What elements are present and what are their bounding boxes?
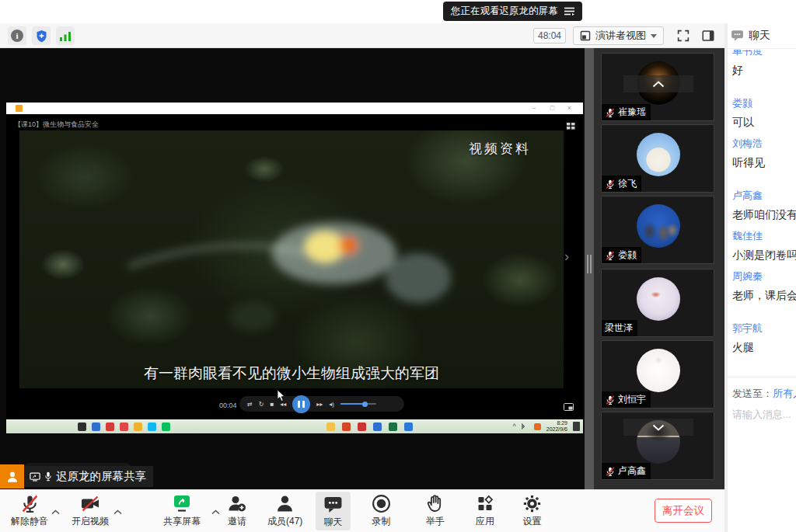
chat-sender: 刘梅浩 bbox=[732, 137, 796, 151]
participant-tile[interactable]: 崔豫瑶 bbox=[601, 53, 714, 121]
chat-sender: 周婉秦 bbox=[732, 269, 796, 283]
invite-button[interactable]: 邀请 bbox=[227, 494, 247, 530]
player-window-titlebar: － □ × bbox=[6, 103, 583, 114]
side-panel-toggle-button[interactable] bbox=[701, 29, 715, 46]
participant-tile[interactable]: 徐飞 bbox=[601, 124, 714, 193]
mic-icon bbox=[44, 471, 52, 482]
avatar bbox=[637, 349, 680, 392]
video-frame: 视频资料 有一群肉眼看不见的微小生物组成强大的军团 bbox=[19, 130, 564, 388]
record-button[interactable]: 录制 bbox=[372, 494, 391, 530]
playback-time: 00:04 bbox=[219, 402, 237, 409]
shared-screen-stage: － □ × 【课10】微生物与食品安全 bbox=[0, 48, 585, 489]
send-to-selector[interactable]: 所有人 bbox=[773, 387, 796, 401]
taskbar-tray[interactable]: ^ 8:29 2022/9/6 bbox=[513, 419, 580, 433]
fullscreen-button[interactable] bbox=[676, 29, 690, 46]
chat-panel-title: 聊天 bbox=[749, 29, 770, 43]
raise-hand-button[interactable]: 举手 bbox=[426, 494, 445, 530]
collapse-panel-chevron[interactable]: › bbox=[564, 249, 569, 265]
taskbar-app-icons-2[interactable] bbox=[326, 422, 413, 431]
chat-sender: 魏佳佳 bbox=[732, 229, 796, 243]
chat-sender: 卢高鑫 bbox=[732, 189, 796, 203]
loop-icon[interactable]: ↻ bbox=[259, 401, 264, 408]
presenter-icon-box bbox=[0, 464, 24, 489]
chat-message: 好 bbox=[732, 64, 796, 78]
avatar bbox=[637, 204, 680, 248]
banner-menu-icon[interactable] bbox=[564, 7, 574, 16]
participant-tile[interactable]: 梁世泽 bbox=[601, 269, 714, 337]
network-icon bbox=[522, 423, 529, 429]
player-grid-icon[interactable] bbox=[567, 119, 575, 133]
participant-tile[interactable]: 刘恒宇 bbox=[601, 340, 714, 409]
settings-button[interactable]: 设置 bbox=[522, 494, 542, 530]
participants-panel: 崔豫瑶 徐飞 娄颢 梁世泽 刘恒宇 bbox=[594, 48, 724, 489]
chat-sender: 郭宇航 bbox=[732, 322, 796, 336]
drag-handle[interactable] bbox=[587, 255, 592, 273]
shuffle-icon[interactable]: ⇄ bbox=[247, 401, 253, 408]
record-icon bbox=[372, 494, 391, 513]
info-icon: i bbox=[11, 30, 23, 42]
taskbar-app-icons[interactable] bbox=[78, 422, 170, 431]
mic-muted-icon bbox=[605, 107, 616, 118]
participant-tile[interactable]: 娄颢 bbox=[601, 196, 714, 264]
scroll-up-button[interactable] bbox=[623, 75, 693, 92]
leave-meeting-button[interactable]: 离开会议 bbox=[655, 499, 712, 523]
chat-message: 老师咱们没有 bbox=[732, 208, 796, 222]
gear-icon bbox=[522, 494, 542, 513]
player-controls: ⇄ ↻ ■ ◂◂ ▸▸ ◂) bbox=[239, 396, 404, 412]
shared-player-window: － □ × 【课10】微生物与食品安全 bbox=[6, 103, 583, 433]
share-options-chevron[interactable] bbox=[211, 504, 220, 518]
stage-participants-divider[interactable] bbox=[585, 48, 594, 489]
stop-icon[interactable]: ■ bbox=[270, 401, 274, 408]
fast-forward-icon[interactable]: ▸▸ bbox=[316, 401, 323, 408]
chevron-down-icon bbox=[651, 34, 657, 38]
mini-player-icon[interactable] bbox=[564, 400, 574, 414]
chat-sender: 单书度 bbox=[732, 50, 796, 58]
mic-muted-icon bbox=[605, 395, 616, 405]
share-badge-text: 迟原龙的屏幕共享 bbox=[56, 469, 146, 484]
avatar bbox=[637, 133, 680, 176]
chat-message: 听得见 bbox=[732, 156, 796, 170]
video-subtitle: 有一群肉眼看不见的微小生物组成强大的军团 bbox=[19, 363, 564, 384]
meeting-security-button[interactable] bbox=[32, 26, 51, 45]
window-top-strip: 您正在观看迟原龙的屏幕 bbox=[0, 0, 796, 23]
hand-icon bbox=[426, 494, 445, 513]
share-screen-button[interactable]: 共享屏幕 bbox=[163, 494, 201, 530]
tray-chevron-icon[interactable]: ^ bbox=[513, 422, 516, 430]
volume-slider[interactable] bbox=[340, 403, 376, 405]
chat-message-input[interactable] bbox=[732, 409, 794, 420]
view-mode-button[interactable]: 演讲者视图 bbox=[573, 26, 664, 45]
player-app-icon bbox=[16, 105, 23, 112]
taskbar-clock: 8:29 2022/9/6 bbox=[546, 420, 567, 433]
apps-button[interactable]: 应用 bbox=[476, 494, 494, 530]
video-options-chevron[interactable] bbox=[113, 504, 122, 518]
scroll-down-button[interactable] bbox=[623, 419, 693, 436]
meeting-timer: 48:04 bbox=[533, 28, 566, 43]
start-video-button[interactable]: 开启视频 bbox=[72, 494, 109, 530]
shield-icon bbox=[35, 30, 48, 43]
meeting-info-button[interactable]: i bbox=[8, 26, 26, 45]
chat-panel-header: 聊天 bbox=[728, 23, 796, 49]
signal-bars-icon bbox=[60, 31, 72, 41]
network-quality-button[interactable] bbox=[56, 26, 75, 45]
chat-panel: 聊天 单书度 好 娄颢 可以 刘梅浩 听得见 卢高鑫 老师咱们没有 魏佳佳 小测… bbox=[728, 23, 796, 532]
tray-app-icon bbox=[534, 423, 541, 430]
player-title: 【课10】微生物与食品安全 bbox=[14, 120, 99, 130]
chat-button[interactable]: 聊天 bbox=[316, 492, 351, 530]
unmute-options-chevron[interactable] bbox=[51, 504, 60, 518]
chevron-up-icon bbox=[652, 81, 665, 88]
person-add-icon bbox=[227, 494, 247, 513]
chat-message: 火腿 bbox=[732, 341, 796, 355]
share-screen-icon bbox=[172, 494, 192, 513]
pause-button[interactable] bbox=[292, 395, 310, 413]
unmute-button[interactable]: 解除静音 bbox=[11, 494, 48, 530]
participant-name: 娄颢 bbox=[618, 249, 637, 262]
members-button[interactable]: 成员(47) bbox=[267, 494, 302, 530]
windows-taskbar: ^ 8:29 2022/9/6 bbox=[6, 419, 583, 433]
notification-center-icon[interactable] bbox=[573, 422, 580, 431]
volume-icon[interactable]: ◂) bbox=[329, 401, 334, 408]
participant-tile[interactable]: 卢高鑫 bbox=[601, 412, 714, 480]
chat-bubble-icon bbox=[323, 495, 343, 514]
window-controls[interactable]: － □ × bbox=[530, 103, 577, 113]
screen-share-icon bbox=[30, 472, 40, 482]
chat-message: 小测是闭卷吗 bbox=[732, 249, 796, 263]
